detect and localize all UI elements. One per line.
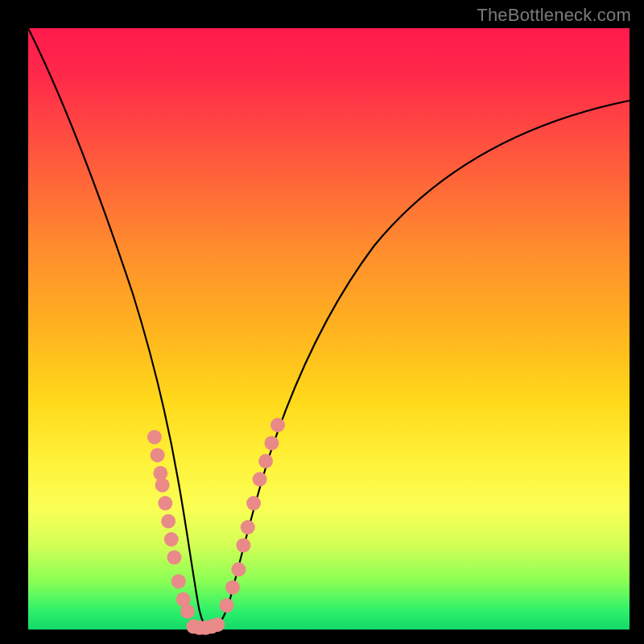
marker-dot — [265, 436, 279, 450]
marker-dot — [167, 550, 182, 564]
marker-dot — [158, 496, 172, 510]
marker-dot — [161, 514, 175, 529]
watermark-text: TheBottleneck.com — [477, 5, 631, 26]
marker-dot — [180, 605, 195, 619]
marker-dot — [147, 430, 162, 444]
marker-dot — [231, 562, 246, 576]
bottleneck-curve — [28, 28, 630, 630]
marker-dot — [236, 538, 250, 552]
marker-dot — [210, 617, 225, 632]
marker-dot — [258, 454, 273, 469]
marker-dot — [225, 580, 240, 595]
marker-dot — [246, 496, 261, 510]
marker-dot — [253, 472, 267, 486]
marker-dot — [220, 598, 234, 613]
marker-dot — [270, 418, 285, 432]
marker-dots — [147, 418, 285, 635]
curve-path — [28, 28, 630, 629]
marker-dot — [164, 532, 179, 547]
marker-dot — [155, 478, 170, 493]
marker-dot — [171, 574, 186, 588]
marker-dot — [151, 448, 165, 462]
chart-frame: TheBottleneck.com — [0, 0, 644, 644]
marker-dot — [241, 520, 255, 535]
plot-area — [28, 28, 630, 630]
